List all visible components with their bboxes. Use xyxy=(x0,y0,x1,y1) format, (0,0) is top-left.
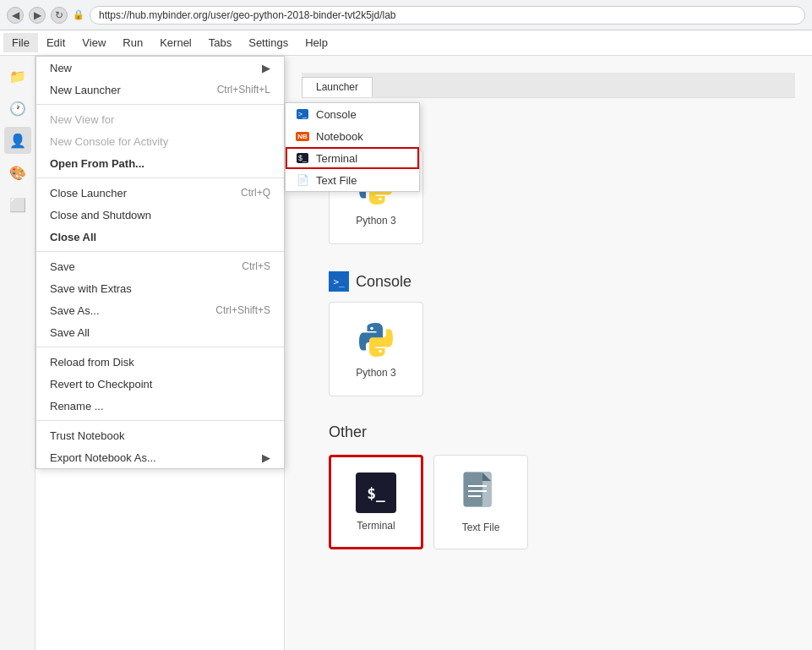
export-arrow: ▶ xyxy=(262,451,270,464)
menu-settings[interactable]: Settings xyxy=(240,33,297,52)
menu-item-close-all[interactable]: Close All xyxy=(36,226,284,248)
sidebar-icon-square[interactable]: ⬜ xyxy=(4,191,31,218)
console-section-icon: >_ xyxy=(329,271,349,292)
menu-item-rename[interactable]: Rename ... xyxy=(36,395,284,417)
console-section-title: Console xyxy=(356,273,411,291)
launcher-card-python3-console[interactable]: Python 3 xyxy=(329,302,423,396)
python3-console-label: Python 3 xyxy=(356,367,395,379)
tabs-bar: Launcher xyxy=(302,73,795,98)
divider-4 xyxy=(36,347,284,347)
notebook-icon: NB xyxy=(296,129,309,143)
terminal-label: Terminal xyxy=(357,520,395,532)
browser-bar: ◀ ▶ ↻ 🔒 https://hub.mybinder.org/user/ge… xyxy=(0,0,812,30)
tab-launcher[interactable]: Launcher xyxy=(302,77,373,97)
menu-item-reload[interactable]: Reload from Disk xyxy=(36,351,284,373)
menu-item-close-shutdown[interactable]: Close and Shutdown xyxy=(36,204,284,226)
menu-item-trust-notebook[interactable]: Trust Notebook xyxy=(36,424,284,446)
svg-point-2 xyxy=(370,327,373,330)
other-section-title: Other xyxy=(329,423,768,441)
menu-edit[interactable]: Edit xyxy=(38,33,74,52)
menu-item-close-launcher[interactable]: Close Launcher Ctrl+Q xyxy=(36,182,284,204)
sidebar: 📁 🕐 👤 🎨 ⬜ xyxy=(0,56,35,650)
sidebar-icon-folder[interactable]: 📁 xyxy=(4,63,31,90)
submenu-console[interactable]: >_ Console xyxy=(286,103,419,125)
svg-point-3 xyxy=(379,350,382,353)
python-console-icon xyxy=(356,320,396,360)
app-body: 📁 🕐 👤 🎨 ⬜ New ▶ New Launcher Ctrl+Shift+… xyxy=(0,56,812,650)
sidebar-icon-palette[interactable]: 🎨 xyxy=(4,159,31,186)
menu-run[interactable]: Run xyxy=(114,33,151,52)
menu-kernel[interactable]: Kernel xyxy=(151,33,200,52)
refresh-button[interactable]: ↻ xyxy=(51,7,68,24)
forward-button[interactable]: ▶ xyxy=(29,7,46,24)
menu-view[interactable]: View xyxy=(74,33,114,52)
menu-item-save-extras[interactable]: Save with Extras xyxy=(36,277,284,299)
menu-file[interactable]: File xyxy=(3,33,38,52)
menu-item-new-console: New Console for Activity xyxy=(36,130,284,152)
other-section: Other $_ Terminal xyxy=(329,423,768,549)
divider-5 xyxy=(36,420,284,421)
textfile-icon: 📄 xyxy=(296,173,309,187)
menu-item-new-launcher[interactable]: New Launcher Ctrl+Shift+L xyxy=(36,79,284,101)
svg-point-1 xyxy=(379,198,382,201)
lock-icon: 🔒 xyxy=(73,9,84,20)
menu-item-save[interactable]: Save Ctrl+S xyxy=(36,255,284,277)
launcher-card-terminal[interactable]: $_ Terminal xyxy=(329,455,423,549)
menu-tabs[interactable]: Tabs xyxy=(200,33,240,52)
divider-1 xyxy=(36,104,284,105)
menu-item-save-all[interactable]: Save All xyxy=(36,321,284,343)
file-panel: New ▶ New Launcher Ctrl+Shift+L New View… xyxy=(35,56,285,650)
submenu-notebook[interactable]: NB Notebook xyxy=(286,125,419,147)
menu-item-revert[interactable]: Revert to Checkpoint xyxy=(36,373,284,395)
terminal-card-icon: $_ xyxy=(356,472,396,513)
file-dropdown-menu: New ▶ New Launcher Ctrl+Shift+L New View… xyxy=(35,56,285,469)
menu-help[interactable]: Help xyxy=(297,33,336,52)
menu-item-save-as[interactable]: Save As... Ctrl+Shift+S xyxy=(36,299,284,321)
console-grid: Python 3 xyxy=(329,302,768,396)
back-button[interactable]: ◀ xyxy=(7,7,24,24)
menubar: File Edit View Run Kernel Tabs Settings … xyxy=(0,30,812,56)
submenu-textfile[interactable]: 📄 Text File xyxy=(286,169,419,191)
sidebar-icon-clock[interactable]: 🕐 xyxy=(4,95,31,122)
svg-rect-6 xyxy=(464,472,482,506)
divider-3 xyxy=(36,251,284,252)
menu-item-new[interactable]: New ▶ xyxy=(36,57,284,79)
console-icon: >_ xyxy=(296,107,309,121)
menu-item-new-view: New View for xyxy=(36,108,284,130)
menu-item-export[interactable]: Export Notebook As... ▶ xyxy=(36,446,284,468)
terminal-icon: $_ xyxy=(296,151,309,165)
divider-2 xyxy=(36,178,284,178)
sidebar-icon-person[interactable]: 👤 xyxy=(4,127,31,154)
new-submenu: >_ Console NB Notebook $_ Terminal 📄 xyxy=(285,102,420,192)
python3-notebook-label: Python 3 xyxy=(356,215,395,227)
menu-item-open-from-path[interactable]: Open From Path... xyxy=(36,152,284,174)
textfile-label: Text File xyxy=(462,522,500,533)
textfile-card-icon xyxy=(462,471,499,515)
launcher-card-textfile[interactable]: Text File xyxy=(433,455,528,549)
new-arrow: ▶ xyxy=(262,62,270,74)
other-grid: $_ Terminal xyxy=(329,455,768,549)
submenu-terminal[interactable]: $_ Terminal xyxy=(286,147,419,169)
url-bar[interactable]: https://hub.mybinder.org/user/geo-python… xyxy=(90,6,805,25)
console-section-header: >_ Console xyxy=(329,271,768,292)
